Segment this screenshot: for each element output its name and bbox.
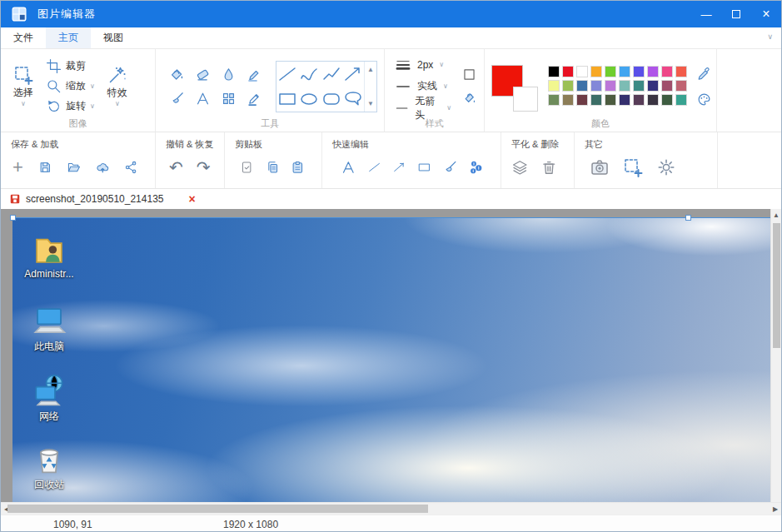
palette-swatch[interactable] (590, 94, 602, 106)
palette-swatch[interactable] (605, 94, 616, 106)
palette-swatch[interactable] (576, 66, 588, 77)
secondary-color-swatch[interactable] (513, 87, 538, 112)
step-counter-icon[interactable] (468, 157, 484, 177)
ribbon-collapse-icon[interactable]: ∨ (767, 32, 773, 41)
flatten-layers-icon[interactable] (511, 157, 529, 177)
quick-rectangle-icon[interactable] (417, 159, 431, 176)
text-tool-button[interactable] (195, 91, 211, 107)
palette-swatch[interactable] (548, 94, 560, 106)
palette-swatch[interactable] (562, 80, 574, 92)
shape-polyline-button[interactable] (321, 65, 342, 83)
selection-handle-top-mid[interactable] (685, 215, 691, 221)
palette-swatch[interactable] (661, 94, 673, 106)
palette-swatch[interactable] (590, 66, 602, 77)
palette-swatch[interactable] (576, 94, 588, 106)
palette-swatch[interactable] (675, 80, 687, 92)
paste-icon[interactable] (291, 157, 305, 177)
undo-icon[interactable]: ↶ (169, 159, 183, 176)
shape-callout-button[interactable] (342, 90, 364, 108)
palette-swatch[interactable] (619, 94, 630, 106)
palette-swatch[interactable] (633, 80, 645, 92)
quick-line-icon[interactable] (367, 159, 381, 176)
minimize-button[interactable]: — (691, 1, 721, 27)
line-width-dropdown[interactable]: 2px ∨ (395, 55, 451, 74)
vertical-scrollbar-thumb[interactable] (773, 223, 780, 348)
edited-image[interactable]: Administr... 此电脑 网络 回收站 (12, 217, 772, 502)
palette-swatch[interactable] (647, 94, 659, 106)
palette-swatch[interactable] (548, 66, 560, 77)
gallery-scroll-up-icon[interactable]: ▲ (367, 66, 374, 73)
quick-arrow-icon[interactable] (392, 159, 406, 176)
save-icon[interactable] (38, 157, 52, 177)
marker-button[interactable] (247, 91, 262, 107)
vertical-scrollbar[interactable]: ▲ (770, 209, 781, 502)
cloud-upload-icon[interactable] (96, 157, 110, 177)
palette-swatch[interactable] (661, 66, 673, 77)
eraser-button[interactable] (195, 67, 211, 82)
palette-swatch[interactable] (633, 94, 645, 106)
shape-curve-button[interactable] (298, 65, 320, 83)
shape-rounded-rect-button[interactable] (321, 90, 342, 108)
quick-text-icon[interactable] (341, 157, 356, 177)
menu-view[interactable]: 视图 (91, 27, 136, 48)
gear-icon[interactable] (656, 157, 676, 177)
fill-bucket-button[interactable] (169, 67, 185, 82)
shape-ellipse-button[interactable] (298, 90, 320, 108)
palette-swatch[interactable] (590, 80, 602, 92)
palette-icon[interactable] (696, 92, 712, 107)
palette-swatch[interactable] (661, 80, 673, 92)
close-button[interactable]: × (751, 1, 781, 27)
scroll-up-icon[interactable]: ▲ (773, 209, 780, 221)
new-image-button[interactable]: + (12, 159, 23, 176)
palette-swatch[interactable] (562, 66, 574, 77)
redo-icon[interactable]: ↷ (197, 159, 211, 176)
menu-file[interactable]: 文件 (1, 27, 46, 48)
rotate-button[interactable]: 旋转 ∨ (42, 97, 98, 116)
quick-brush-icon[interactable] (442, 157, 458, 177)
horizontal-scrollbar[interactable]: ◀ ▶ (1, 502, 781, 515)
camera-icon[interactable] (590, 157, 610, 177)
scroll-right-icon[interactable]: ▶ (770, 503, 781, 515)
open-folder-icon[interactable] (67, 157, 81, 177)
fill-style-icon[interactable] (461, 90, 477, 106)
tab-close-icon[interactable]: × (188, 192, 195, 206)
cut-select-icon[interactable] (240, 157, 254, 177)
selection-handle-top-left[interactable] (10, 215, 16, 221)
palette-swatch[interactable] (647, 80, 659, 92)
eyedropper-icon[interactable] (696, 66, 712, 82)
palette-swatch[interactable] (562, 94, 574, 106)
palette-swatch[interactable] (647, 66, 659, 77)
brush-button[interactable] (169, 91, 185, 107)
effects-button[interactable]: 特效 ∨ (102, 63, 133, 109)
gallery-scroll-down-icon[interactable]: ▼ (367, 100, 374, 107)
palette-swatch[interactable] (675, 94, 687, 106)
outline-style-icon[interactable] (461, 67, 477, 82)
mosaic-button[interactable] (221, 91, 237, 107)
menu-home[interactable]: 主页 (46, 27, 91, 48)
select-button[interactable]: 选择 ∨ (7, 63, 39, 109)
palette-swatch[interactable] (548, 80, 560, 92)
crop-button[interactable]: 裁剪 (42, 57, 98, 76)
palette-swatch[interactable] (576, 80, 588, 92)
palette-swatch[interactable] (605, 66, 616, 77)
palette-swatch[interactable] (633, 66, 645, 77)
shape-arrow-button[interactable] (342, 65, 364, 83)
horizontal-scrollbar-thumb[interactable] (7, 505, 428, 513)
palette-swatch[interactable] (605, 80, 616, 92)
palette-swatch[interactable] (619, 66, 630, 77)
arrow-type-dropdown[interactable]: 无箭头 ∨ (395, 98, 451, 117)
trash-icon[interactable] (540, 157, 558, 177)
shape-rectangle-button[interactable] (276, 90, 298, 108)
share-icon[interactable] (124, 157, 138, 177)
highlighter-button[interactable] (247, 67, 262, 82)
shape-line-button[interactable] (276, 65, 298, 83)
maximize-button[interactable] (721, 1, 751, 27)
palette-swatch[interactable] (619, 80, 630, 92)
document-tab[interactable]: screenshot_20190510_214135 × (1, 189, 204, 209)
screen-capture-icon[interactable] (623, 157, 643, 177)
palette-swatch[interactable] (675, 66, 687, 77)
copy-icon[interactable] (266, 157, 280, 177)
blur-drop-button[interactable] (221, 67, 237, 82)
canvas-area[interactable]: Administr... 此电脑 网络 回收站 ▲ (1, 209, 781, 502)
zoom-button[interactable]: 缩放 ∨ (42, 77, 98, 96)
